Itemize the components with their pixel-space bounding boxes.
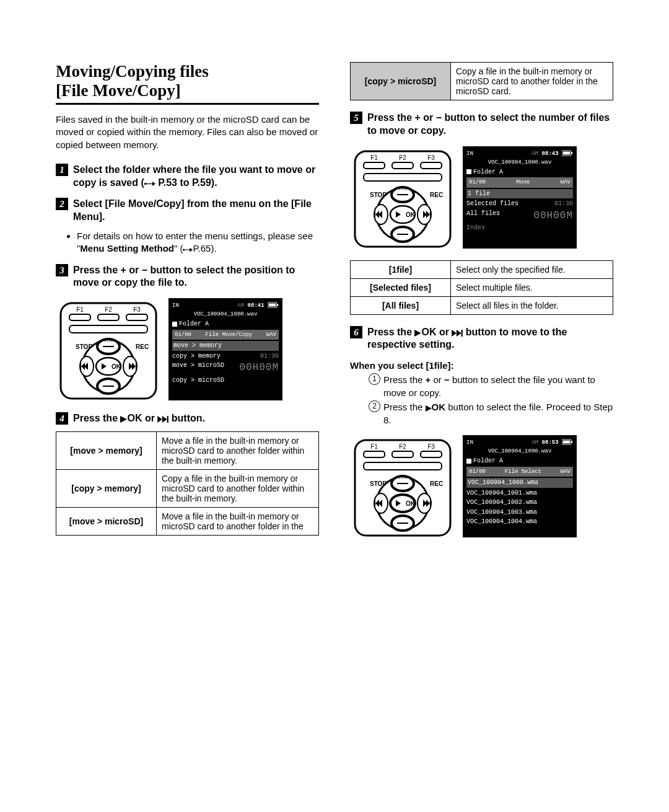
step-2-bullets: For details on how to enter the menu set… bbox=[77, 230, 319, 255]
step-number: 2 bbox=[56, 198, 68, 210]
hand-pointer-icon bbox=[183, 247, 193, 253]
play-icon bbox=[414, 330, 421, 337]
svg-rect-31 bbox=[136, 363, 137, 370]
fast-forward-icon bbox=[452, 330, 463, 337]
svg-text:F1: F1 bbox=[76, 306, 84, 313]
step-2: 2 Select [File Move/Copy] from the menu … bbox=[56, 198, 319, 224]
lcd-screen-2: INAM 08:43 VOC_100904_1000.wav Folder A … bbox=[463, 146, 577, 249]
svg-rect-64 bbox=[392, 451, 413, 457]
figure-step3: F1 F2 F3 STOP REC VOL bbox=[56, 298, 319, 404]
svg-text:STOP: STOP bbox=[370, 480, 387, 487]
svg-text:F3: F3 bbox=[133, 306, 141, 313]
step-number: 5 bbox=[350, 112, 362, 124]
figure-step5: F1 F2 F3 STOP REC VOL OK bbox=[350, 146, 613, 252]
section-title: Moving/Copying files [File Move/Copy] bbox=[56, 62, 319, 105]
svg-text:F1: F1 bbox=[370, 443, 378, 450]
svg-rect-38 bbox=[421, 162, 442, 169]
step-number: 6 bbox=[350, 326, 362, 338]
svg-rect-10 bbox=[98, 314, 119, 320]
step-3: 3 Press the + or − button to select the … bbox=[56, 264, 319, 290]
play-icon bbox=[426, 405, 432, 412]
svg-rect-27 bbox=[80, 363, 81, 370]
step-4: 4 Press the OK or button. bbox=[56, 412, 319, 425]
step-number: 3 bbox=[56, 264, 68, 276]
step-text: Press the + or − button to select the po… bbox=[73, 264, 319, 290]
svg-rect-69 bbox=[364, 462, 442, 470]
svg-text:STOP: STOP bbox=[76, 343, 92, 350]
step-text: Press the OK or button to move to the re… bbox=[367, 326, 613, 352]
play-icon bbox=[120, 416, 127, 423]
move-copy-options-table-cont: [copy > microSD]Copy a file in the built… bbox=[350, 62, 613, 100]
device-diagram: F1 F2 F3 STOP REC VOL OK bbox=[350, 435, 455, 541]
svg-text:OK: OK bbox=[112, 363, 121, 370]
hand-pointer-icon bbox=[144, 180, 155, 187]
svg-rect-9 bbox=[69, 314, 90, 320]
svg-rect-85 bbox=[430, 500, 431, 507]
svg-text:F2: F2 bbox=[399, 154, 406, 161]
svg-rect-42 bbox=[364, 174, 442, 181]
device-diagram: F1 F2 F3 STOP REC VOL bbox=[56, 298, 161, 404]
svg-text:F3: F3 bbox=[427, 154, 435, 161]
step-text: Press the + or − button to select the nu… bbox=[367, 112, 613, 138]
step-number: 1 bbox=[56, 164, 68, 176]
move-copy-options-table: [move > memory]Move a file in the built-… bbox=[56, 431, 319, 536]
svg-text:F1: F1 bbox=[370, 154, 378, 161]
figure-step6: F1 F2 F3 STOP REC VOL OK bbox=[350, 435, 613, 541]
svg-rect-15 bbox=[69, 325, 147, 333]
step-6: 6 Press the OK or button to move to the … bbox=[350, 326, 613, 352]
step-text: Select the folder where the file you wan… bbox=[73, 164, 319, 190]
svg-rect-11 bbox=[126, 314, 147, 320]
fast-forward-icon bbox=[157, 416, 168, 423]
svg-rect-81 bbox=[374, 500, 375, 507]
svg-rect-54 bbox=[374, 211, 375, 218]
svg-rect-65 bbox=[421, 451, 442, 457]
svg-text:REC: REC bbox=[136, 343, 149, 350]
svg-text:REC: REC bbox=[430, 192, 443, 198]
svg-text:VOL: VOL bbox=[103, 337, 114, 343]
lcd-screen-3: INAM 08:53 VOC_100904_1000.wav Folder A … bbox=[463, 435, 577, 537]
svg-text:VOL: VOL bbox=[398, 185, 408, 191]
svg-rect-63 bbox=[364, 451, 385, 457]
step-1: 1 Select the folder where the file you w… bbox=[56, 164, 319, 190]
svg-text:F2: F2 bbox=[105, 306, 112, 313]
when-1file-heading: When you select [1file]: bbox=[350, 360, 613, 371]
file-selection-table: [1file]Select only the specified file. [… bbox=[350, 260, 613, 315]
intro-paragraph: Files saved in the built-in memory or th… bbox=[56, 113, 319, 151]
svg-text:F2: F2 bbox=[399, 443, 406, 450]
svg-text:F3: F3 bbox=[427, 443, 435, 450]
svg-text:OK: OK bbox=[406, 500, 416, 507]
when-1file-steps: 1Press the + or − button to select the f… bbox=[369, 373, 613, 426]
svg-text:OK: OK bbox=[406, 211, 416, 218]
svg-text:STOP: STOP bbox=[370, 192, 387, 198]
step-text: Press the OK or button. bbox=[73, 412, 319, 425]
step-5: 5 Press the + or − button to select the … bbox=[350, 112, 613, 138]
lcd-screen-1: INAM 08:41 VOC_100904_1000.wav Folder A … bbox=[168, 298, 282, 400]
svg-rect-36 bbox=[364, 162, 385, 169]
device-diagram: F1 F2 F3 STOP REC VOL OK bbox=[350, 146, 455, 252]
step-text: Select [File Move/Copy] from the menu on… bbox=[73, 198, 319, 224]
step-number: 4 bbox=[56, 412, 68, 425]
svg-rect-58 bbox=[430, 211, 431, 218]
svg-rect-37 bbox=[392, 162, 413, 169]
svg-text:VOL: VOL bbox=[398, 474, 408, 480]
svg-text:REC: REC bbox=[430, 480, 443, 487]
